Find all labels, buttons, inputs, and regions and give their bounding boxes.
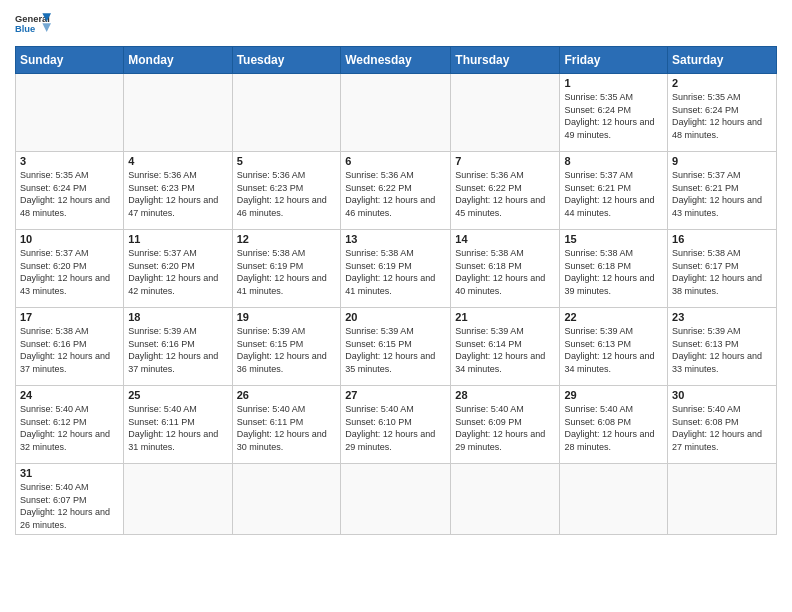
calendar-cell <box>668 464 777 535</box>
day-number: 30 <box>672 389 772 401</box>
day-info: Sunrise: 5:36 AMSunset: 6:22 PMDaylight:… <box>455 169 555 219</box>
day-info: Sunrise: 5:38 AMSunset: 6:16 PMDaylight:… <box>20 325 119 375</box>
day-info: Sunrise: 5:36 AMSunset: 6:22 PMDaylight:… <box>345 169 446 219</box>
calendar-cell: 18Sunrise: 5:39 AMSunset: 6:16 PMDayligh… <box>124 308 232 386</box>
day-number: 4 <box>128 155 227 167</box>
day-number: 6 <box>345 155 446 167</box>
day-number: 7 <box>455 155 555 167</box>
day-number: 5 <box>237 155 337 167</box>
day-info: Sunrise: 5:35 AMSunset: 6:24 PMDaylight:… <box>20 169 119 219</box>
calendar-cell: 23Sunrise: 5:39 AMSunset: 6:13 PMDayligh… <box>668 308 777 386</box>
weekday-header-monday: Monday <box>124 47 232 74</box>
day-number: 24 <box>20 389 119 401</box>
day-info: Sunrise: 5:38 AMSunset: 6:19 PMDaylight:… <box>345 247 446 297</box>
weekday-header-sunday: Sunday <box>16 47 124 74</box>
calendar-cell: 11Sunrise: 5:37 AMSunset: 6:20 PMDayligh… <box>124 230 232 308</box>
day-info: Sunrise: 5:39 AMSunset: 6:14 PMDaylight:… <box>455 325 555 375</box>
day-number: 27 <box>345 389 446 401</box>
calendar-cell: 12Sunrise: 5:38 AMSunset: 6:19 PMDayligh… <box>232 230 341 308</box>
day-info: Sunrise: 5:40 AMSunset: 6:11 PMDaylight:… <box>237 403 337 453</box>
day-info: Sunrise: 5:38 AMSunset: 6:17 PMDaylight:… <box>672 247 772 297</box>
calendar-cell <box>560 464 668 535</box>
calendar-cell: 20Sunrise: 5:39 AMSunset: 6:15 PMDayligh… <box>341 308 451 386</box>
logo: General Blue <box>15 10 51 38</box>
day-info: Sunrise: 5:36 AMSunset: 6:23 PMDaylight:… <box>128 169 227 219</box>
day-number: 18 <box>128 311 227 323</box>
day-number: 23 <box>672 311 772 323</box>
calendar-week-6: 31Sunrise: 5:40 AMSunset: 6:07 PMDayligh… <box>16 464 777 535</box>
day-number: 2 <box>672 77 772 89</box>
calendar-cell: 7Sunrise: 5:36 AMSunset: 6:22 PMDaylight… <box>451 152 560 230</box>
calendar-cell <box>341 74 451 152</box>
calendar-cell: 8Sunrise: 5:37 AMSunset: 6:21 PMDaylight… <box>560 152 668 230</box>
calendar-cell: 19Sunrise: 5:39 AMSunset: 6:15 PMDayligh… <box>232 308 341 386</box>
calendar-cell: 10Sunrise: 5:37 AMSunset: 6:20 PMDayligh… <box>16 230 124 308</box>
calendar-cell: 15Sunrise: 5:38 AMSunset: 6:18 PMDayligh… <box>560 230 668 308</box>
day-number: 8 <box>564 155 663 167</box>
calendar-cell: 9Sunrise: 5:37 AMSunset: 6:21 PMDaylight… <box>668 152 777 230</box>
day-info: Sunrise: 5:40 AMSunset: 6:11 PMDaylight:… <box>128 403 227 453</box>
day-info: Sunrise: 5:35 AMSunset: 6:24 PMDaylight:… <box>564 91 663 141</box>
calendar-cell: 26Sunrise: 5:40 AMSunset: 6:11 PMDayligh… <box>232 386 341 464</box>
weekday-header-row: SundayMondayTuesdayWednesdayThursdayFrid… <box>16 47 777 74</box>
day-number: 15 <box>564 233 663 245</box>
calendar-cell: 21Sunrise: 5:39 AMSunset: 6:14 PMDayligh… <box>451 308 560 386</box>
calendar-cell <box>451 74 560 152</box>
day-info: Sunrise: 5:39 AMSunset: 6:16 PMDaylight:… <box>128 325 227 375</box>
day-info: Sunrise: 5:37 AMSunset: 6:21 PMDaylight:… <box>564 169 663 219</box>
day-info: Sunrise: 5:40 AMSunset: 6:07 PMDaylight:… <box>20 481 119 531</box>
day-info: Sunrise: 5:39 AMSunset: 6:15 PMDaylight:… <box>345 325 446 375</box>
weekday-header-thursday: Thursday <box>451 47 560 74</box>
calendar-week-1: 1Sunrise: 5:35 AMSunset: 6:24 PMDaylight… <box>16 74 777 152</box>
day-info: Sunrise: 5:40 AMSunset: 6:09 PMDaylight:… <box>455 403 555 453</box>
generalblue-logo-icon: General Blue <box>15 10 51 38</box>
day-info: Sunrise: 5:38 AMSunset: 6:18 PMDaylight:… <box>564 247 663 297</box>
weekday-header-wednesday: Wednesday <box>341 47 451 74</box>
day-info: Sunrise: 5:40 AMSunset: 6:10 PMDaylight:… <box>345 403 446 453</box>
day-number: 1 <box>564 77 663 89</box>
calendar-cell: 5Sunrise: 5:36 AMSunset: 6:23 PMDaylight… <box>232 152 341 230</box>
svg-text:Blue: Blue <box>15 24 35 34</box>
page: General Blue SundayMondayTuesdayWednesda… <box>0 0 792 545</box>
day-number: 12 <box>237 233 337 245</box>
day-number: 11 <box>128 233 227 245</box>
weekday-header-saturday: Saturday <box>668 47 777 74</box>
header: General Blue <box>15 10 777 38</box>
calendar-cell: 6Sunrise: 5:36 AMSunset: 6:22 PMDaylight… <box>341 152 451 230</box>
calendar-cell: 31Sunrise: 5:40 AMSunset: 6:07 PMDayligh… <box>16 464 124 535</box>
calendar-cell <box>451 464 560 535</box>
calendar-cell: 24Sunrise: 5:40 AMSunset: 6:12 PMDayligh… <box>16 386 124 464</box>
day-info: Sunrise: 5:39 AMSunset: 6:15 PMDaylight:… <box>237 325 337 375</box>
day-number: 10 <box>20 233 119 245</box>
calendar-cell <box>341 464 451 535</box>
day-number: 17 <box>20 311 119 323</box>
calendar-cell: 27Sunrise: 5:40 AMSunset: 6:10 PMDayligh… <box>341 386 451 464</box>
calendar-cell <box>232 74 341 152</box>
calendar-week-2: 3Sunrise: 5:35 AMSunset: 6:24 PMDaylight… <box>16 152 777 230</box>
calendar-cell: 3Sunrise: 5:35 AMSunset: 6:24 PMDaylight… <box>16 152 124 230</box>
day-info: Sunrise: 5:40 AMSunset: 6:08 PMDaylight:… <box>564 403 663 453</box>
day-info: Sunrise: 5:37 AMSunset: 6:20 PMDaylight:… <box>128 247 227 297</box>
day-info: Sunrise: 5:38 AMSunset: 6:18 PMDaylight:… <box>455 247 555 297</box>
calendar-cell <box>124 464 232 535</box>
calendar-week-4: 17Sunrise: 5:38 AMSunset: 6:16 PMDayligh… <box>16 308 777 386</box>
day-info: Sunrise: 5:39 AMSunset: 6:13 PMDaylight:… <box>672 325 772 375</box>
calendar-cell: 29Sunrise: 5:40 AMSunset: 6:08 PMDayligh… <box>560 386 668 464</box>
day-info: Sunrise: 5:37 AMSunset: 6:20 PMDaylight:… <box>20 247 119 297</box>
day-number: 16 <box>672 233 772 245</box>
day-number: 28 <box>455 389 555 401</box>
day-info: Sunrise: 5:40 AMSunset: 6:12 PMDaylight:… <box>20 403 119 453</box>
calendar-cell: 25Sunrise: 5:40 AMSunset: 6:11 PMDayligh… <box>124 386 232 464</box>
calendar-cell: 28Sunrise: 5:40 AMSunset: 6:09 PMDayligh… <box>451 386 560 464</box>
calendar-cell: 17Sunrise: 5:38 AMSunset: 6:16 PMDayligh… <box>16 308 124 386</box>
calendar-cell: 30Sunrise: 5:40 AMSunset: 6:08 PMDayligh… <box>668 386 777 464</box>
day-info: Sunrise: 5:36 AMSunset: 6:23 PMDaylight:… <box>237 169 337 219</box>
day-info: Sunrise: 5:35 AMSunset: 6:24 PMDaylight:… <box>672 91 772 141</box>
calendar-cell <box>16 74 124 152</box>
day-number: 29 <box>564 389 663 401</box>
day-number: 31 <box>20 467 119 479</box>
day-info: Sunrise: 5:38 AMSunset: 6:19 PMDaylight:… <box>237 247 337 297</box>
day-number: 22 <box>564 311 663 323</box>
day-number: 13 <box>345 233 446 245</box>
calendar-cell: 13Sunrise: 5:38 AMSunset: 6:19 PMDayligh… <box>341 230 451 308</box>
